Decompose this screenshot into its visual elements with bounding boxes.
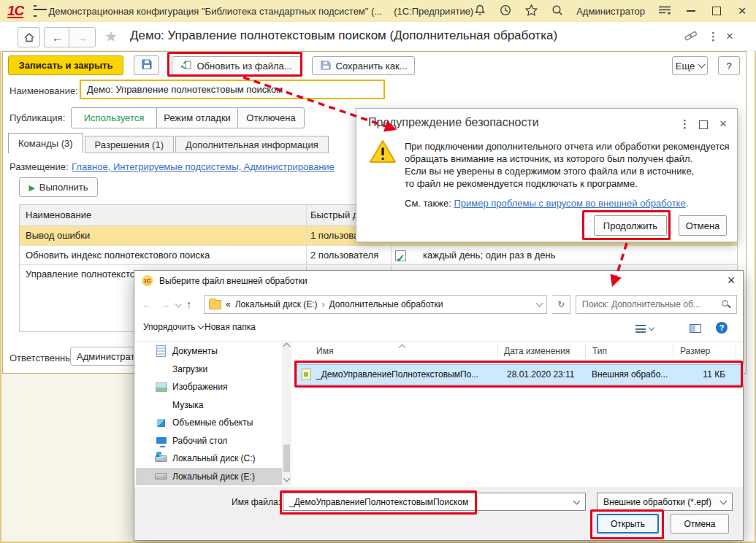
breadcrumb-root[interactable]: «: [226, 299, 231, 309]
dialog-more-icon[interactable]: [679, 118, 690, 131]
view-mode-icon[interactable]: [635, 325, 654, 333]
explorer-forward-icon[interactable]: →: [159, 295, 170, 314]
recent-locations-icon[interactable]: [175, 301, 183, 308]
dialog-close-icon[interactable]: [719, 117, 727, 131]
service-settings-icon[interactable]: [657, 4, 672, 18]
column-divider[interactable]: [585, 345, 586, 358]
organize-menu[interactable]: Упорядочить: [143, 322, 203, 332]
window-close-button[interactable]: [736, 4, 749, 18]
history-icon[interactable]: [499, 4, 512, 19]
warning-cancel-button[interactable]: Отмена: [679, 215, 727, 236]
home-button[interactable]: [18, 27, 40, 47]
open-button[interactable]: Открыть: [597, 514, 659, 534]
publication-option-debug[interactable]: Режим отладки: [156, 107, 238, 128]
file-dialog-close-icon[interactable]: [723, 273, 739, 288]
filetype-dropdown-icon[interactable]: [720, 497, 728, 504]
sidebar-item-drive-c[interactable]: Локальный диск (C:): [136, 450, 282, 468]
main-menu-icon[interactable]: [34, 5, 37, 17]
column-header-name[interactable]: Имя: [316, 346, 333, 356]
breadcrumb-folder[interactable]: Дополнительные обработки: [329, 299, 443, 309]
explorer-back-icon[interactable]: ←: [142, 295, 153, 314]
back-button[interactable]: ←: [44, 27, 71, 47]
new-folder-button[interactable]: Новая папка: [205, 322, 256, 332]
table-row[interactable]: Обновить индекс полнотекстового поиска 2…: [20, 245, 737, 265]
save-and-close-button[interactable]: Записать и закрыть: [8, 55, 123, 75]
sidebar-item-drive-e[interactable]: Локальный диск (E:): [136, 468, 282, 486]
sidebar-item-documents[interactable]: Документы: [136, 342, 282, 361]
more-menu-icon[interactable]: [708, 30, 719, 43]
get-link-icon[interactable]: [684, 30, 698, 45]
save-button[interactable]: [134, 55, 159, 75]
form-nav-row: ← → Демо: Управление полнотекстовым поис…: [0, 22, 756, 51]
continue-button[interactable]: Продолжить: [594, 215, 667, 236]
save-as-button[interactable]: Сохранить как...: [312, 56, 415, 75]
3d-objects-icon: [155, 417, 167, 429]
column-divider[interactable]: [497, 345, 498, 358]
address-bar[interactable]: « Локальный диск (E:) › Дополнительные о…: [204, 295, 547, 314]
column-header-size[interactable]: Размер: [680, 346, 710, 356]
update-from-file-button[interactable]: Обновить из файла...: [172, 56, 301, 75]
publication-switch: Используется Режим отладки Отключена: [71, 107, 305, 128]
explorer-up-icon[interactable]: ↑: [186, 295, 192, 314]
file-date: 28.01.2020 23:11: [507, 365, 575, 384]
more-actions-button[interactable]: Еще: [672, 56, 708, 75]
column-divider[interactable]: [736, 345, 736, 358]
address-dropdown-icon[interactable]: [536, 300, 543, 307]
scrollbar-thumb[interactable]: [283, 444, 290, 472]
app-name: (1С:Предприятие): [394, 6, 473, 17]
explorer-help-icon[interactable]: [716, 322, 728, 334]
column-divider[interactable]: [673, 345, 673, 358]
schedule-checkbox[interactable]: [395, 250, 406, 261]
sort-ascending-icon: [399, 344, 406, 352]
refresh-button[interactable]: ↻: [552, 295, 570, 314]
column-header-type[interactable]: Тип: [592, 346, 607, 356]
sidebar-item-downloads[interactable]: Загрузки: [136, 361, 282, 379]
filename-input[interactable]: _ДемоУправлениеПолнотекстовымПоиском: [283, 493, 586, 511]
sidebar-item-music[interactable]: Музыка: [136, 396, 282, 415]
search-icon: [722, 300, 730, 309]
file-list-item[interactable]: _ДемоУправлениеПолнотекстовымПо... 28.01…: [297, 364, 744, 385]
publication-option-used[interactable]: Используется: [71, 107, 157, 128]
form-tabs: Команды (3) Разрешения (1) Дополнительна…: [8, 133, 329, 153]
favorites-star-icon[interactable]: [524, 4, 538, 19]
breadcrumb-drive[interactable]: Локальный диск (E:): [235, 299, 318, 309]
dialog-maximize-icon[interactable]: [699, 120, 708, 129]
preview-pane-icon[interactable]: [690, 324, 701, 333]
close-form-icon[interactable]: [726, 29, 733, 44]
scroll-up-icon[interactable]: [283, 343, 291, 350]
placement-link[interactable]: Главное, Интегрируемые подсистемы, Админ…: [72, 161, 335, 172]
sidebar-item-3d-objects[interactable]: Объемные объекты: [136, 414, 282, 432]
filetype-select[interactable]: Внешние обработки (*.epf): [597, 493, 733, 511]
help-label: ?: [726, 61, 731, 72]
run-command-button[interactable]: Выполнить: [19, 177, 98, 197]
drive-c-icon: [155, 452, 167, 465]
tab-label: Разрешения (1): [95, 139, 164, 150]
sidebar-item-desktop[interactable]: Рабочий стол: [136, 432, 282, 450]
favorite-star-icon[interactable]: [104, 28, 118, 45]
column-header-date[interactable]: Дата изменения: [504, 346, 570, 356]
filename-dropdown-icon[interactable]: [573, 497, 581, 504]
virus-example-link[interactable]: Пример проблемы с вирусом во внешней обр…: [454, 198, 685, 209]
run-label: Выполнить: [39, 182, 88, 193]
filename-value: _ДемоУправлениеПолнотекстовымПоиском: [289, 497, 468, 507]
name-input[interactable]: Демо: Управление полнотекстовым поиском: [80, 80, 385, 99]
sidebar-label: Рабочий стол: [172, 436, 227, 446]
notifications-bell-icon[interactable]: [473, 4, 486, 19]
tab-additional-info[interactable]: Дополнительная информация: [175, 136, 329, 153]
sidebar-item-pictures[interactable]: Изображения: [136, 378, 282, 396]
current-user[interactable]: Администратор: [576, 6, 645, 17]
global-search-icon[interactable]: [551, 4, 564, 19]
help-button[interactable]: ?: [718, 56, 740, 75]
search-box[interactable]: Поиск: Дополнительные об...: [576, 295, 737, 314]
window-minimize-button[interactable]: [684, 4, 698, 18]
warning-text-line: Если вы не уверены в содержимом этого фа…: [405, 166, 694, 177]
tab-commands[interactable]: Команды (3): [8, 133, 83, 153]
publication-option-disabled[interactable]: Отключена: [237, 107, 305, 128]
forward-button[interactable]: →: [69, 27, 96, 47]
tab-permissions[interactable]: Разрешения (1): [85, 136, 174, 153]
sidebar-scrollbar[interactable]: [282, 342, 291, 485]
file-cancel-button[interactable]: Отмена: [671, 514, 729, 534]
scroll-down-icon[interactable]: [283, 475, 291, 482]
window-maximize-button[interactable]: [710, 4, 723, 18]
file-dialog-title: Выберите файл внешней обработки: [159, 276, 308, 286]
